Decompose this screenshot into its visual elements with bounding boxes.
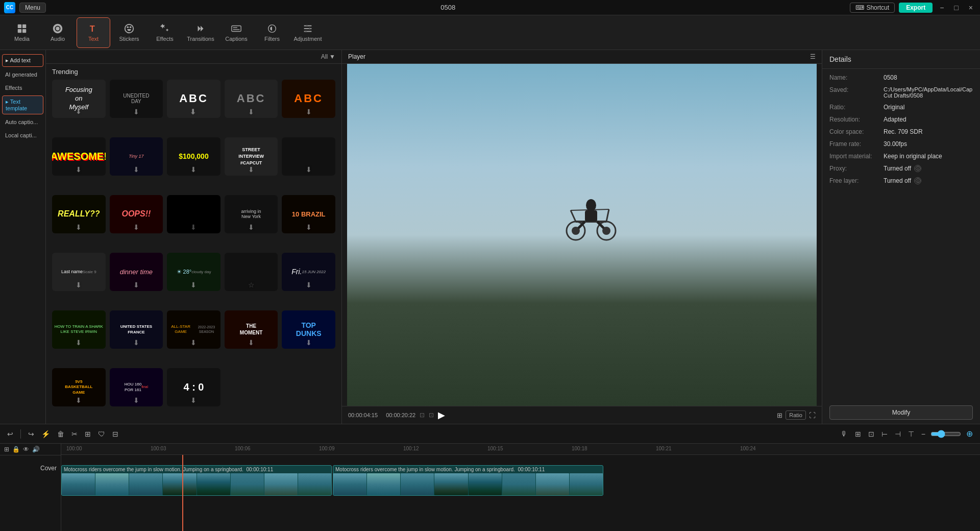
tl-add-button[interactable]: ⊕ <box>964 428 975 440</box>
template-tiny[interactable]: Tiny 17 ⬇ <box>110 137 163 176</box>
tab-transitions[interactable]: Transitions <box>184 17 217 48</box>
tl-eye[interactable]: 👁 <box>23 446 29 453</box>
tab-filters[interactable]: Filters <box>255 17 289 48</box>
ratio-button[interactable]: Ratio <box>786 411 806 420</box>
template-moment[interactable]: THEMOMENT ⬇ <box>225 310 278 349</box>
template-money[interactable]: $100,000 ⬇ <box>167 137 220 176</box>
template-empty2[interactable]: ☆ <box>225 253 278 291</box>
template-street[interactable]: STREETINTERVIEW#CAPCUT ⬇ <box>225 137 278 176</box>
template-really[interactable]: REALLY?? ⬇ <box>52 195 106 233</box>
undo-button[interactable]: ↩ <box>5 429 15 439</box>
template-unedited[interactable]: UNEDITEDDAY ⬇ <box>110 80 163 118</box>
close-button[interactable]: × <box>966 4 976 12</box>
svg-rect-2 <box>18 29 21 33</box>
detail-free-layer: Free layer: Turned off ⓘ <box>829 177 973 184</box>
template-train[interactable]: HOW TO TRAIN A SHARKLIKE STEVE IRWIN ⬇ <box>52 310 106 349</box>
template-4zero[interactable]: 4 : 0 ⬇ <box>167 368 220 406</box>
video-clip-1[interactable]: Motocross riders overcome the jump in sl… <box>61 465 332 496</box>
fit-screen-button[interactable]: ⊞ <box>777 411 782 420</box>
tab-stickers[interactable]: Stickers <box>112 17 146 48</box>
transform-button[interactable]: ⊞ <box>83 429 93 439</box>
play-button[interactable]: ▶ <box>438 409 445 421</box>
gallery-button[interactable]: ⊟ <box>110 429 120 439</box>
template-brazil[interactable]: 10 BRAZIL ⬇ <box>282 195 335 233</box>
template-basketball[interactable]: 5V5BASKETBALLGAME ⬇ <box>52 368 106 406</box>
shield-button[interactable]: 🛡 <box>96 429 107 439</box>
details-body: Name: 0508 Saved: C:/Users/MyPC/AppData/… <box>822 69 980 401</box>
sidebar-item-text-template[interactable]: ▸ Text template <box>2 95 43 114</box>
template-us-france[interactable]: UNITED STATESFRANCE ⬇ <box>110 310 163 349</box>
redo-button[interactable]: ↪ <box>26 429 36 439</box>
tl-tool5[interactable]: ⊤ <box>906 429 916 439</box>
svg-line-25 <box>606 209 609 222</box>
template-oops[interactable]: OOPS!! ⬇ <box>110 195 163 233</box>
tl-tool3[interactable]: ⊢ <box>879 429 890 439</box>
tab-adjustment[interactable]: Adjustment <box>291 17 325 48</box>
modify-button[interactable]: Modify <box>829 405 973 420</box>
shortcut-button[interactable]: ⌨ Shortcut <box>850 3 895 13</box>
all-filter-button[interactable]: All ▼ <box>321 53 335 60</box>
tl-add-track[interactable]: ⊞ <box>4 446 9 453</box>
tab-media-label: Media <box>14 36 30 42</box>
tab-captions[interactable]: Captions <box>219 17 253 48</box>
tl-zoom-slider[interactable] <box>930 430 961 438</box>
maximize-button[interactable]: □ <box>951 4 961 12</box>
template-empty1[interactable]: ⬇ <box>282 137 335 176</box>
free-layer-toggle[interactable]: ⓘ <box>914 177 921 184</box>
player-header: Player ☰ <box>342 50 822 64</box>
trending-label: Trending <box>46 64 341 78</box>
template-awesome[interactable]: AWESOME! ⬇ <box>52 137 106 176</box>
video-track-inner: Motocross riders overcome the jump in sl… <box>61 465 980 496</box>
tab-audio[interactable]: Audio <box>41 17 75 48</box>
trim-icon1: ⊡ <box>420 412 425 419</box>
template-score-hou[interactable]: HOU 160POR 161final ⬇ <box>110 368 163 406</box>
sidebar-item-ai-generated[interactable]: AI generated <box>2 69 43 80</box>
template-allstar[interactable]: ALL-STAR GAME2022-2023 SEASON ⬇ <box>167 310 220 349</box>
svg-rect-9 <box>232 26 241 32</box>
proxy-toggle[interactable]: ⓘ <box>914 165 921 172</box>
delete-button[interactable]: 🗑 <box>55 429 66 439</box>
template-temp[interactable]: ☀ 28°cloudy day ⬇ <box>167 253 220 291</box>
export-button[interactable]: Export <box>899 3 933 13</box>
sidebar-item-local-caption[interactable]: Local capti... <box>2 130 43 141</box>
template-black[interactable]: ⬇ <box>167 195 220 233</box>
template-lastname[interactable]: Last nameScale 9 ⬇ <box>52 253 106 291</box>
crop-button[interactable]: ✂ <box>69 429 80 439</box>
tl-tool1[interactable]: ⊞ <box>853 429 863 439</box>
tab-effects[interactable]: Effects <box>148 17 182 48</box>
tab-text[interactable]: T Text <box>77 17 110 48</box>
template-arriving[interactable]: arriving inNew York ⬇ <box>225 195 278 233</box>
split-button[interactable]: ⚡ <box>39 429 52 439</box>
tl-lock[interactable]: 🔒 <box>12 446 20 453</box>
player-menu-icon[interactable]: ☰ <box>810 53 816 60</box>
template-focusing[interactable]: FocusingonMyself ⬇ <box>52 80 106 118</box>
player-area: Player ☰ <box>342 50 822 424</box>
timeline-right-tools: 🎙 ⊞ ⊡ ⊢ ⊣ ⊤ − ⊕ <box>839 428 975 440</box>
tl-controls: ⊞ 🔒 👁 🔊 <box>0 444 61 455</box>
template-dunks[interactable]: TOPDUNKS ⬇ <box>282 310 335 349</box>
template-dinner[interactable]: dinner time ⬇ <box>110 253 163 291</box>
tab-media[interactable]: Media <box>5 17 39 48</box>
detail-import-material: Import material: Keep in original place <box>829 153 973 160</box>
template-abc-orange[interactable]: ABC ⬇ <box>282 80 335 118</box>
minimize-button[interactable]: − <box>937 4 947 12</box>
tab-text-label: Text <box>88 36 99 42</box>
menu-button[interactable]: Menu <box>19 3 46 13</box>
templates-grid: FocusingonMyself ⬇ UNEDITEDDAY ⬇ ABC ⬇ A… <box>46 78 341 424</box>
detail-saved: Saved: C:/Users/MyPC/AppData/Local/CapCu… <box>829 86 973 99</box>
sidebar-item-effects[interactable]: Effects <box>2 82 43 93</box>
sidebar-item-add-text[interactable]: ▸ Add text <box>2 54 43 67</box>
keyboard-icon: ⌨ <box>855 4 864 11</box>
template-abc-dark[interactable]: ABC ⬇ <box>225 80 278 118</box>
tl-audio[interactable]: 🔊 <box>32 446 40 453</box>
fullscreen-button[interactable]: ⛶ <box>809 411 816 420</box>
tl-tool2[interactable]: ⊡ <box>866 429 876 439</box>
time-current: 00:00:04:15 <box>348 412 378 418</box>
sidebar-item-auto-caption[interactable]: Auto captio... <box>2 116 43 128</box>
tl-zoom-out[interactable]: − <box>919 429 927 439</box>
tl-tool4[interactable]: ⊣ <box>893 429 903 439</box>
template-abc-white[interactable]: ABC ⬇ <box>167 80 220 118</box>
mic-button[interactable]: 🎙 <box>839 429 850 439</box>
video-clip-2[interactable]: Motocross riders overcome the jump in sl… <box>333 465 603 496</box>
template-friday[interactable]: Fri.15 JUN 2022 ⬇ <box>282 253 335 291</box>
